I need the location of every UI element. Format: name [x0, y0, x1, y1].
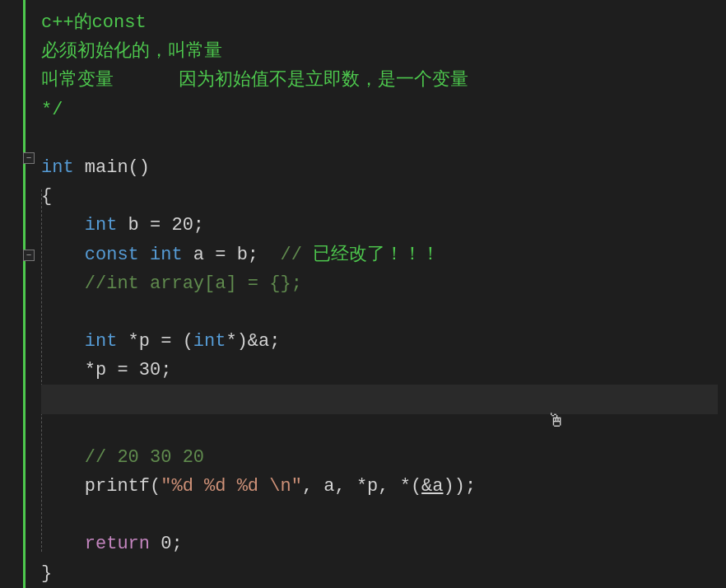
- indent-b: [41, 215, 85, 236]
- line-const-int-a: const int a = b; // 已经改了！！！: [41, 240, 718, 269]
- line-comment-nums: // 20 30 20: [41, 443, 718, 472]
- text-b-decl: b = 20;: [117, 215, 204, 236]
- keyword-int-cast: int: [193, 331, 226, 352]
- text-comment-nums: // 20 30 20: [85, 447, 204, 468]
- line-comment-cpp: c++的const: [41, 8, 718, 37]
- collapse-box-main[interactable]: −: [23, 152, 35, 164]
- text-a-decl: a = b;: [183, 245, 281, 265]
- line-close-brace: }: [41, 559, 718, 588]
- text-printf-amp-a: &a: [421, 476, 443, 497]
- line-blank-3: [41, 414, 718, 443]
- keyword-int-p: int: [85, 331, 118, 352]
- cursor-pointer: 🖱: [547, 410, 565, 432]
- indent-return: [41, 534, 85, 554]
- indent-a: [41, 245, 85, 265]
- line-blank-4: [41, 501, 718, 530]
- line-blank-1: [41, 124, 718, 153]
- text-comment-array: //int array[a] = {};: [85, 273, 302, 294]
- text-comment-const1: 必须初始化的，叫常量: [41, 41, 222, 62]
- text-p-decl: *p = (: [117, 331, 193, 352]
- left-border-line: [23, 0, 26, 588]
- text-printf-end: ));: [444, 476, 477, 497]
- indent-printf: [41, 476, 85, 497]
- line-deref-p: *p = 30;: [41, 356, 718, 385]
- text-deref-p: *p = 30;: [85, 360, 172, 380]
- keyword-return: return: [85, 534, 150, 554]
- keyword-int-main: int: [41, 157, 74, 178]
- keyword-int-a: int: [150, 245, 183, 265]
- indent-array: [41, 273, 85, 294]
- text-main-func: main(): [74, 157, 150, 178]
- text-printf-name: printf(: [85, 476, 161, 497]
- text-printf-args-start: , a, *p, *(: [302, 476, 421, 497]
- text-printf-fmt: "%d %d %d \n": [161, 476, 302, 497]
- text-close-brace: }: [41, 563, 52, 584]
- code-content-area: c++的const 必须初始化的，叫常量 叫常变量 因为初始值不是立即数，是一个…: [29, 0, 726, 588]
- text-open-brace: {: [41, 186, 52, 207]
- space1: [139, 245, 150, 265]
- line-printf: printf("%d %d %d \n", a, *p, *(&a));: [41, 472, 718, 501]
- text-cast-rest: *)&a;: [226, 331, 280, 352]
- indent-deref: [41, 360, 85, 380]
- line-blank-highlighted: [41, 385, 718, 413]
- line-comment-end: */: [41, 96, 718, 124]
- line-blank-2: [41, 298, 718, 327]
- code-editor: − − 🖱 c++的const 必须初始化的，叫常量 叫常变量 因为初始值不是立…: [0, 0, 726, 588]
- text-return-val: 0;: [150, 534, 183, 554]
- line-comment-const2: 叫常变量 因为初始值不是立即数，是一个变量: [41, 66, 718, 95]
- text-already-changed: 已经改了！！！: [313, 245, 440, 265]
- line-int-b: int b = 20;: [41, 211, 718, 240]
- indent-p: [41, 331, 85, 352]
- text-comment-end: */: [41, 100, 63, 120]
- line-return: return 0;: [41, 530, 718, 558]
- text-comment-const2: 叫常变量 因为初始值不是立即数，是一个变量: [41, 70, 468, 91]
- collapse-box-inner[interactable]: −: [23, 250, 35, 261]
- text-comment-cpp: c++的const: [41, 12, 147, 33]
- keyword-int-b: int: [85, 215, 118, 236]
- line-comment-array: //int array[a] = {};: [41, 269, 718, 298]
- text-slash-slash: //: [280, 245, 313, 265]
- line-open-brace: {: [41, 182, 718, 211]
- keyword-const: const: [85, 245, 139, 265]
- indent-nums: [41, 447, 85, 468]
- line-comment-const1: 必须初始化的，叫常量: [41, 37, 718, 66]
- line-int-p: int *p = (int*)&a;: [41, 327, 718, 356]
- line-main-def: int main(): [41, 153, 718, 182]
